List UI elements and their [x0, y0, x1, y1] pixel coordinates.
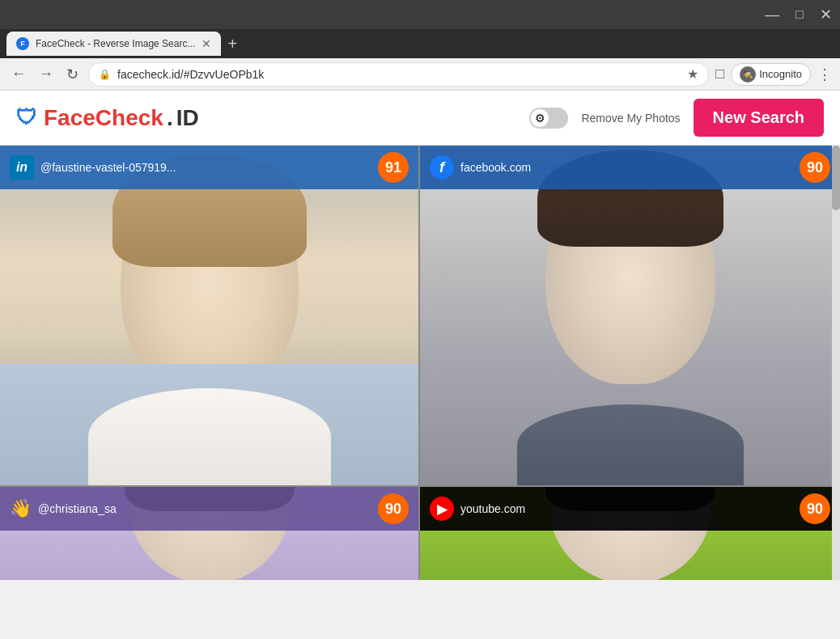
result-card-facebook[interactable]: f facebook.com 90: [420, 146, 840, 487]
result-card-linkedin[interactable]: in @faustine-vastel-057919... 91: [0, 146, 420, 487]
instagram-score: 90: [378, 493, 409, 524]
new-search-button[interactable]: New Search: [694, 99, 824, 137]
linkedin-score: 91: [378, 152, 409, 183]
remove-photos-label[interactable]: Remove My Photos: [581, 112, 680, 125]
more-options-icon[interactable]: ⋮: [817, 66, 832, 83]
reload-button[interactable]: ↻: [63, 62, 82, 87]
new-tab-button[interactable]: +: [227, 35, 237, 53]
browser-tab[interactable]: F FaceCheck - Reverse Image Searc... ✕: [6, 32, 221, 56]
forward-button[interactable]: →: [36, 62, 57, 86]
card-header-instagram: 👋 @christiana_sa 90: [0, 487, 418, 531]
logo[interactable]: 🛡 FaceCheck.ID: [16, 105, 199, 131]
linkedin-icon: in: [10, 155, 34, 180]
scrollbar-thumb[interactable]: [832, 146, 840, 210]
incognito-icon: 🕵: [740, 66, 756, 83]
tab-close-icon[interactable]: ✕: [202, 37, 211, 50]
youtube-icon: ▶: [430, 497, 454, 521]
settings-toggle[interactable]: ⚙: [529, 108, 568, 129]
incognito-label: Incognito: [759, 68, 802, 80]
maximize-icon[interactable]: □: [795, 7, 804, 22]
profile-area: □ 🕵 Incognito ⋮: [715, 63, 832, 86]
card-header-facebook: f facebook.com 90: [420, 146, 840, 189]
close-icon[interactable]: ✕: [820, 6, 832, 23]
facebook-icon: f: [430, 155, 454, 180]
facebook-face-image: [420, 146, 840, 485]
address-bar: ← → ↻ 🔒 facecheck.id/#DzvvUeOPb1k ★ □ 🕵 …: [0, 58, 840, 91]
url-text: facecheck.id/#DzvvUeOPb1k: [117, 68, 681, 81]
tab-title: FaceCheck - Reverse Image Searc...: [36, 38, 195, 49]
minimize-icon[interactable]: —: [765, 6, 779, 23]
address-field[interactable]: 🔒 facecheck.id/#DzvvUeOPb1k ★: [88, 62, 709, 87]
app-header: 🛡 FaceCheck.ID ⚙ Remove My Photos New Se…: [0, 91, 840, 146]
result-card-instagram[interactable]: 👋 @christiana_sa 90: [0, 487, 420, 580]
facebook-score: 90: [800, 152, 830, 183]
logo-dot-text: .: [167, 105, 173, 131]
header-right: ⚙ Remove My Photos New Search: [529, 99, 824, 137]
linkedin-face-image: [0, 146, 418, 485]
youtube-username: youtube.com: [460, 502, 793, 515]
result-card-youtube[interactable]: ▶ youtube.com 90: [420, 487, 840, 580]
youtube-score: 90: [800, 493, 830, 524]
gear-icon: ⚙: [535, 112, 545, 125]
facebook-username: facebook.com: [460, 161, 793, 174]
sidebar-toggle-icon[interactable]: □: [715, 66, 724, 83]
toggle-area: ⚙: [529, 108, 568, 129]
logo-shield-icon: 🛡: [16, 105, 37, 130]
toggle-knob: ⚙: [531, 109, 549, 127]
results-grid: in @faustine-vastel-057919... 91 f faceb…: [0, 146, 840, 580]
logo-id-text: ID: [176, 105, 199, 131]
back-button[interactable]: ←: [8, 62, 29, 86]
bookmark-icon[interactable]: ★: [687, 66, 698, 82]
tab-favicon: F: [16, 37, 29, 50]
logo-face-text: FaceCheck: [44, 105, 163, 131]
scrollbar[interactable]: [832, 146, 840, 580]
linkedin-username: @faustine-vastel-057919...: [40, 161, 371, 174]
instagram-emoji-icon: 👋: [10, 498, 32, 519]
incognito-button[interactable]: 🕵 Incognito: [731, 63, 811, 86]
card-header-linkedin: in @faustine-vastel-057919... 91: [0, 146, 418, 189]
lock-icon: 🔒: [99, 69, 111, 80]
card-header-youtube: ▶ youtube.com 90: [420, 487, 840, 531]
instagram-username: @christiana_sa: [38, 502, 371, 515]
